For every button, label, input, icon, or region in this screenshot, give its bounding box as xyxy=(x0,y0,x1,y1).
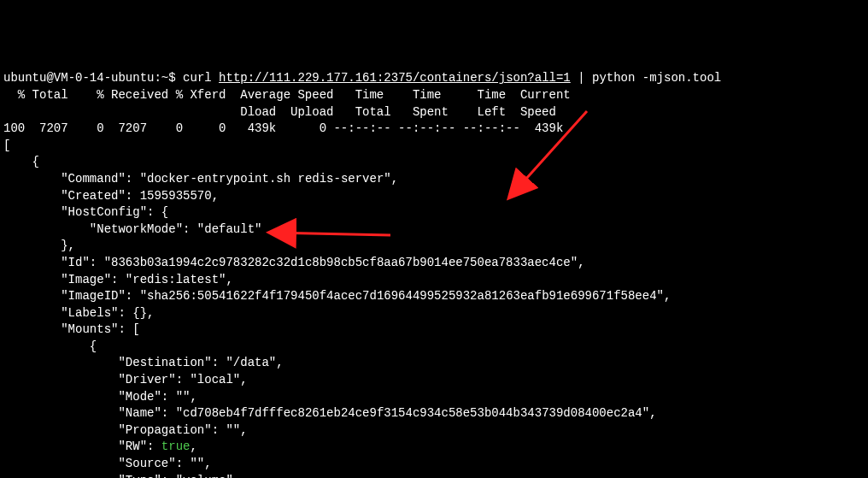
rw-key: "RW" xyxy=(118,440,147,453)
header-line2: Dload Upload Total Spent Left Speed xyxy=(3,105,556,119)
labels-key: "Labels" xyxy=(61,306,118,320)
source-key: "Source" xyxy=(118,457,175,470)
json-open-brace: { xyxy=(3,155,39,168)
networkmode-key: "NetworkMode" xyxy=(90,222,183,236)
type-val: "volume" xyxy=(176,474,233,478)
created-key: "Created" xyxy=(61,189,126,203)
id-val: "8363b03a1994c2c9783282c32d1c8b98cb5cf8a… xyxy=(104,256,578,269)
destination-key: "Destination" xyxy=(118,356,211,369)
driver-val: "local" xyxy=(190,373,240,387)
type-key: "Type" xyxy=(118,474,161,478)
propagation-val: "" xyxy=(226,423,240,437)
source-val: "" xyxy=(190,457,204,470)
pipe: | xyxy=(578,71,584,85)
image-val: "redis:latest" xyxy=(126,273,226,286)
mode-key: "Mode" xyxy=(118,390,161,404)
command-val: "docker-entrypoint.sh redis-server" xyxy=(140,172,391,186)
header-line1: % Total % Received % Xferd Average Speed… xyxy=(3,88,571,102)
imageid-val: "sha256:50541622f4f179450f4acec7d1696449… xyxy=(140,289,664,303)
terminal-output: ubuntu@VM-0-14-ubuntu:~$ curl http://111… xyxy=(3,70,865,478)
json-open-bracket: [ xyxy=(3,139,10,152)
id-key: "Id" xyxy=(61,256,90,269)
driver-key: "Driver" xyxy=(118,373,175,387)
command-key: "Command" xyxy=(61,172,126,186)
prompt-path: ~ xyxy=(161,71,168,85)
rw-val: true xyxy=(161,440,191,453)
destination-val: "/data" xyxy=(226,356,276,369)
prompt-host: VM-0-14-ubuntu xyxy=(54,71,155,85)
propagation-key: "Propagation" xyxy=(118,423,211,437)
prompt-line: ubuntu@VM-0-14-ubuntu:~$ curl http://111… xyxy=(3,71,721,85)
networkmode-val: "default" xyxy=(197,222,262,236)
python-cmd: python -mjson.tool xyxy=(592,71,721,85)
curl-cmd: curl xyxy=(183,71,212,85)
hostconfig-key: "HostConfig" xyxy=(61,205,147,219)
image-key: "Image" xyxy=(61,273,111,286)
prompt-user: ubuntu xyxy=(3,71,46,85)
header-line3: 100 7207 0 7207 0 0 439k 0 --:--:-- --:-… xyxy=(3,121,563,135)
url-link: http://111.229.177.161 xyxy=(219,71,377,85)
mounts-key: "Mounts" xyxy=(61,322,118,336)
name-key: "Name" xyxy=(118,406,161,420)
prompt-symbol: $ xyxy=(168,71,175,85)
name-val: "cd708eb4f7dfffec8261eb24ce9f3154c934c58… xyxy=(176,406,650,420)
mode-val: "" xyxy=(176,390,191,404)
created-val: 1595935570 xyxy=(140,189,212,203)
url-path: :2375/containers/json?all=1 xyxy=(377,71,571,85)
imageid-key: "ImageID" xyxy=(61,289,126,303)
